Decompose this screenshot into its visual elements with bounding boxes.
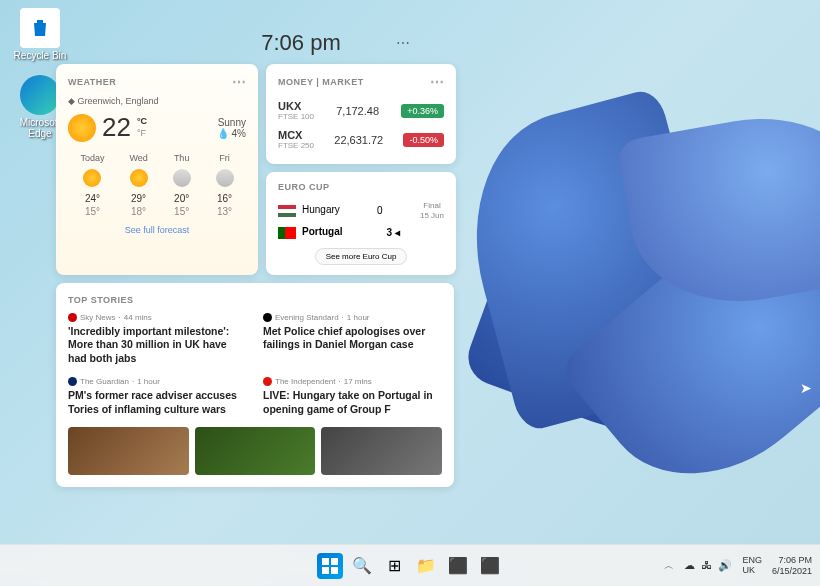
explorer-button[interactable]: 📁 bbox=[413, 553, 439, 579]
cursor-icon: ➤ bbox=[800, 380, 812, 396]
sun-icon bbox=[83, 169, 101, 187]
eurocup-widget[interactable]: EURO CUP Hungary 0 Final15 Jun Portugal … bbox=[266, 172, 456, 275]
sun-icon bbox=[130, 169, 148, 187]
pinned-app-button[interactable]: ⬛ bbox=[445, 553, 471, 579]
story-thumbnail[interactable] bbox=[68, 427, 189, 475]
story-headline: Met Police chief apologises over failing… bbox=[263, 325, 442, 352]
edge-icon bbox=[20, 75, 60, 115]
match-date: 15 Jun bbox=[420, 211, 444, 221]
source-icon bbox=[263, 377, 272, 386]
weather-temp: 22 bbox=[102, 112, 131, 143]
story-source: Sky News bbox=[80, 313, 116, 322]
see-more-eurocup-button[interactable]: See more Euro Cup bbox=[315, 248, 408, 265]
story-thumbnail[interactable] bbox=[321, 427, 442, 475]
story-item[interactable]: The Independent · 17 minsLIVE: Hungary t… bbox=[263, 377, 442, 416]
recycle-bin-icon bbox=[20, 8, 60, 48]
top-stories-title: TOP STORIES bbox=[68, 295, 134, 305]
team-score: 3 ◂ bbox=[387, 227, 400, 238]
market-title: MONEY | MARKET bbox=[278, 77, 364, 87]
match-status: Final bbox=[420, 201, 444, 211]
network-tray-icon[interactable]: 🖧 bbox=[701, 559, 712, 572]
story-source: Evening Standard bbox=[275, 313, 339, 322]
svg-rect-1 bbox=[331, 558, 338, 565]
team-score: 0 bbox=[377, 205, 383, 216]
story-item[interactable]: The Guardian · 1 hourPM's former race ad… bbox=[68, 377, 247, 416]
weather-widget[interactable]: WEATHER ⋯ ◆ Greenwich, England 22 °C°F S… bbox=[56, 64, 258, 275]
svg-rect-0 bbox=[322, 558, 329, 565]
weather-title: WEATHER bbox=[68, 77, 116, 87]
widgets-panel: ⋯ 7:06 pm WEATHER ⋯ ◆ Greenwich, England… bbox=[56, 30, 456, 487]
story-item[interactable]: Sky News · 44 mins'Incredibly important … bbox=[68, 313, 247, 366]
story-thumbnail[interactable] bbox=[195, 427, 316, 475]
search-button[interactable]: 🔍 bbox=[349, 553, 375, 579]
svg-rect-2 bbox=[322, 567, 329, 574]
story-time: 1 hour bbox=[137, 377, 160, 386]
sun-icon bbox=[68, 114, 96, 142]
forecast-day[interactable]: Thu20°15° bbox=[173, 153, 191, 217]
market-row[interactable]: UKXFTSE 1007,172.48+0.36% bbox=[278, 96, 444, 125]
team-name: Hungary bbox=[302, 204, 340, 215]
cloud-icon bbox=[216, 169, 234, 187]
svg-rect-3 bbox=[331, 567, 338, 574]
story-headline: LIVE: Hungary take on Portugal in openin… bbox=[263, 389, 442, 416]
more-icon[interactable]: ⋯ bbox=[232, 74, 247, 90]
weather-location: ◆ Greenwich, England bbox=[68, 96, 246, 106]
top-stories-widget[interactable]: TOP STORIES Sky News · 44 mins'Incredibl… bbox=[56, 283, 454, 487]
story-time: 44 mins bbox=[124, 313, 152, 322]
onedrive-tray-icon[interactable]: ☁ bbox=[684, 559, 695, 572]
more-icon[interactable]: ⋯ bbox=[430, 74, 445, 90]
start-button[interactable] bbox=[317, 553, 343, 579]
tray-chevron-icon[interactable]: ︿ bbox=[664, 559, 674, 573]
task-view-button[interactable]: ⊞ bbox=[381, 553, 407, 579]
eurocup-title: EURO CUP bbox=[278, 182, 330, 192]
story-source: The Guardian bbox=[80, 377, 129, 386]
team-name: Portugal bbox=[302, 226, 343, 237]
language-indicator[interactable]: ENG UK bbox=[742, 556, 762, 576]
cloud-icon bbox=[173, 169, 191, 187]
flag-portugal-icon bbox=[278, 227, 296, 239]
story-headline: 'Incredibly important milestone': More t… bbox=[68, 325, 247, 366]
story-time: 17 mins bbox=[344, 377, 372, 386]
widgets-menu-icon[interactable]: ⋯ bbox=[396, 35, 410, 51]
temp-units[interactable]: °C°F bbox=[137, 116, 147, 139]
forecast-day[interactable]: Fri16°13° bbox=[216, 153, 234, 217]
flag-hungary-icon bbox=[278, 205, 296, 217]
market-row[interactable]: MCXFTSE 25022,631.72-0.50% bbox=[278, 125, 444, 154]
weather-precip: 💧 4% bbox=[217, 128, 246, 139]
story-source: The Independent bbox=[275, 377, 336, 386]
clock[interactable]: 7:06 PM6/15/2021 bbox=[772, 555, 812, 577]
source-icon bbox=[68, 377, 77, 386]
source-icon bbox=[68, 313, 77, 322]
forecast-day[interactable]: Wed29°18° bbox=[129, 153, 147, 217]
source-icon bbox=[263, 313, 272, 322]
pinned-app-button[interactable]: ⬛ bbox=[477, 553, 503, 579]
market-widget[interactable]: MONEY | MARKET ⋯ UKXFTSE 1007,172.48+0.3… bbox=[266, 64, 456, 164]
volume-tray-icon[interactable]: 🔊 bbox=[718, 559, 732, 572]
forecast-day[interactable]: Today24°15° bbox=[80, 153, 104, 217]
story-headline: PM's former race adviser accuses Tories … bbox=[68, 389, 247, 416]
story-item[interactable]: Evening Standard · 1 hourMet Police chie… bbox=[263, 313, 442, 366]
see-full-forecast-link[interactable]: See full forecast bbox=[68, 225, 246, 235]
taskbar: 🔍 ⊞ 📁 ⬛ ⬛ ︿ ☁ 🖧 🔊 ENG UK 7:06 PM6/15/202… bbox=[0, 544, 820, 586]
story-time: 1 hour bbox=[347, 313, 370, 322]
weather-condition: Sunny bbox=[217, 117, 246, 128]
